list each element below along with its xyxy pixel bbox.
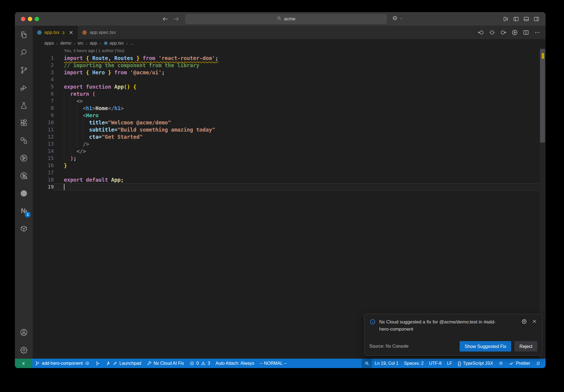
git-graph-status[interactable] bbox=[93, 359, 103, 368]
history-back-button[interactable] bbox=[162, 16, 169, 22]
run-icon[interactable] bbox=[511, 29, 518, 36]
search-sidebar-icon[interactable] bbox=[15, 43, 33, 61]
code-line[interactable]: 8 <h1>Home</h1> bbox=[33, 105, 546, 112]
indentation-status[interactable]: Spaces: 2 bbox=[401, 359, 426, 368]
code-line[interactable]: 11 subtitle="Build something amazing tod… bbox=[33, 126, 546, 133]
copilot-menu-button[interactable] bbox=[392, 15, 403, 23]
edge-browser-icon[interactable] bbox=[15, 184, 33, 202]
source-control-icon[interactable] bbox=[15, 61, 33, 79]
breadcrumb-item[interactable]: app.tsx bbox=[104, 41, 124, 46]
code-line[interactable]: 6 return ( bbox=[33, 90, 546, 97]
breadcrumb-item[interactable]: src bbox=[78, 41, 83, 46]
auto-attach-status[interactable]: Auto Attach: Always bbox=[213, 359, 257, 368]
toggle-primary-sidebar-icon[interactable] bbox=[513, 16, 519, 22]
zoom-window-button[interactable] bbox=[35, 17, 39, 21]
code-line[interactable]: 7 <> bbox=[33, 97, 546, 105]
project-graph-icon[interactable] bbox=[15, 132, 33, 149]
accounts-icon[interactable] bbox=[15, 323, 33, 341]
breadcrumb[interactable]: apps›demo›src›app›app.tsx›… bbox=[33, 39, 546, 47]
breadcrumb-item[interactable]: app bbox=[90, 41, 97, 46]
code-line[interactable]: 12 cta="Get Started" bbox=[33, 133, 546, 140]
title-bar[interactable]: acme bbox=[15, 12, 546, 26]
line-number: 13 bbox=[33, 140, 54, 148]
nav-back-circle-icon[interactable] bbox=[478, 29, 484, 36]
code-line[interactable]: 18export default App; bbox=[33, 176, 546, 183]
line-number: 18 bbox=[33, 176, 54, 183]
code-line[interactable]: 10 title="Welcmoe @acme/demo" bbox=[33, 119, 546, 126]
code-line[interactable]: 13 /> bbox=[33, 140, 546, 148]
code-line[interactable]: 19 bbox=[33, 183, 546, 190]
code-editor[interactable]: You, 3 hours ago | 1 author (You) 1impor… bbox=[33, 47, 546, 359]
scrollbar[interactable] bbox=[539, 47, 546, 359]
more-actions-icon[interactable] bbox=[534, 29, 541, 36]
git-branch-status[interactable]: add-hero-component bbox=[32, 359, 93, 368]
copilot-status[interactable] bbox=[496, 359, 506, 368]
code-token bbox=[64, 155, 70, 161]
eol-status[interactable]: LF bbox=[444, 359, 455, 368]
toggle-secondary-sidebar-icon[interactable] bbox=[533, 16, 539, 22]
show-suggested-fix-button[interactable]: Show Suggested Fix bbox=[460, 341, 511, 352]
breadcrumb-item[interactable]: … bbox=[130, 41, 134, 46]
notification-close-icon[interactable] bbox=[532, 318, 537, 325]
command-center-search[interactable]: acme bbox=[185, 14, 387, 24]
nav-forward-circle-icon[interactable] bbox=[500, 29, 507, 36]
toggle-panel-icon[interactable] bbox=[523, 16, 529, 22]
history-forward-button[interactable] bbox=[173, 16, 180, 22]
code-line[interactable]: 16} bbox=[33, 162, 546, 169]
remote-indicator[interactable] bbox=[15, 359, 32, 368]
code-line[interactable]: 1import { Route, Routes } from 'react-ro… bbox=[33, 55, 546, 62]
extensions-icon[interactable] bbox=[15, 114, 33, 132]
close-tab-icon[interactable] bbox=[68, 30, 74, 35]
run-debug-icon[interactable] bbox=[15, 79, 33, 96]
containers-icon[interactable] bbox=[15, 220, 33, 237]
gitlens-inspect-icon[interactable] bbox=[15, 167, 33, 184]
split-editor-icon[interactable] bbox=[523, 29, 529, 36]
code-line[interactable]: 5export function App() { bbox=[33, 83, 546, 90]
testing-icon[interactable] bbox=[15, 96, 33, 114]
screencast-zoom-status[interactable] bbox=[362, 359, 372, 368]
tab-app-spec-tsx[interactable]: app.spec.tsx bbox=[78, 26, 120, 39]
search-side-icon bbox=[20, 48, 28, 57]
breadcrumb-item[interactable]: demo bbox=[60, 41, 71, 46]
breadcrumb-label: src bbox=[78, 41, 83, 46]
code-line[interactable]: 17 bbox=[33, 169, 546, 176]
files-icon bbox=[20, 31, 28, 39]
scrollbar-thumb[interactable] bbox=[540, 49, 545, 143]
cursor-position-status[interactable]: Ln 19, Col 1 bbox=[372, 359, 401, 368]
problems-status[interactable]: 03 bbox=[187, 359, 213, 368]
code-token: App bbox=[114, 84, 124, 90]
code-line[interactable]: 3import { Hero } from '@acme/ui'; bbox=[33, 69, 546, 76]
close-window-button[interactable] bbox=[21, 17, 25, 21]
code-line[interactable]: 14 </> bbox=[33, 148, 546, 155]
notification-toast: Nx Cloud suggested a fix for @acme/demo:… bbox=[364, 314, 543, 356]
tab-app-tsx[interactable]: app.tsx3 bbox=[33, 26, 78, 39]
debug-icon bbox=[20, 83, 28, 92]
code-line[interactable]: 2// importing the component from the lib… bbox=[33, 62, 546, 69]
warning-squiggle: import { Route, Routes } from 'react-rou… bbox=[64, 55, 218, 61]
explorer-icon[interactable] bbox=[15, 26, 33, 43]
minimize-window-button[interactable] bbox=[28, 17, 32, 21]
code-line[interactable]: 4 bbox=[33, 76, 546, 83]
encoding-status[interactable]: UTF-8 bbox=[426, 359, 444, 368]
nav-location-icon[interactable] bbox=[489, 29, 495, 36]
indent-guide bbox=[64, 148, 64, 155]
nx-cloud-ai-fix-status[interactable]: Nx Cloud AI Fix bbox=[144, 359, 187, 368]
code-token: "Get Started" bbox=[102, 134, 143, 140]
breadcrumb-item[interactable]: apps bbox=[44, 41, 54, 46]
code-line[interactable]: 15 ); bbox=[33, 155, 546, 162]
gitlens-icon[interactable] bbox=[15, 149, 33, 167]
vim-mode-status[interactable]: -- NORMAL -- bbox=[257, 359, 289, 368]
code-line[interactable]: 9 <Hero bbox=[33, 112, 546, 119]
nx-console-icon[interactable]: N›1 bbox=[15, 202, 33, 220]
notifications-bell[interactable] bbox=[533, 359, 543, 368]
notification-settings-icon[interactable] bbox=[521, 318, 527, 325]
customize-layout-icon[interactable] bbox=[503, 16, 509, 22]
prettier-status[interactable]: Prettier bbox=[506, 359, 533, 368]
settings-gear-icon[interactable] bbox=[15, 341, 33, 359]
line-number: 5 bbox=[33, 83, 54, 90]
reject-button[interactable]: Reject bbox=[514, 341, 537, 352]
language-mode-status[interactable]: {}TypeScript JSX bbox=[455, 359, 496, 368]
launchpad-status[interactable]: Launchpad bbox=[103, 359, 144, 368]
breadcrumb-separator: › bbox=[74, 41, 75, 46]
code-token: </> bbox=[77, 148, 86, 154]
